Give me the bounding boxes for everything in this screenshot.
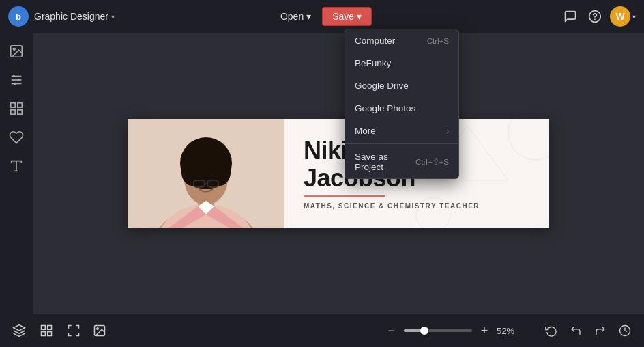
dropdown-item-more-label: More: [355, 126, 376, 136]
dropdown-item-befunky-label: BeFunky: [355, 58, 391, 68]
dropdown-item-googlephotos[interactable]: Google Photos: [345, 97, 458, 120]
save-dropdown: Computer Ctrl+S BeFunky Google Drive Goo…: [345, 29, 459, 179]
dropdown-divider: [345, 143, 458, 144]
dropdown-item-googlephotos-label: Google Photos: [355, 103, 415, 113]
dropdown-overlay[interactable]: Computer Ctrl+S BeFunky Google Drive Goo…: [0, 0, 644, 347]
dropdown-item-saveasproject-shortcut: Ctrl+⇧+S: [415, 157, 449, 167]
dropdown-item-saveasproject-label: Save as Project: [355, 152, 415, 172]
dropdown-item-befunky[interactable]: BeFunky: [345, 52, 458, 74]
dropdown-item-save-as-project[interactable]: Save as Project Ctrl+⇧+S: [345, 145, 458, 178]
dropdown-item-computer[interactable]: Computer Ctrl+S: [345, 29, 458, 52]
dropdown-item-googledrive[interactable]: Google Drive: [345, 74, 458, 97]
dropdown-item-more[interactable]: More ›: [345, 120, 458, 142]
dropdown-item-more-arrow: ›: [446, 126, 449, 136]
dropdown-item-computer-label: Computer: [355, 36, 395, 46]
dropdown-item-googledrive-label: Google Drive: [355, 81, 409, 91]
dropdown-item-computer-shortcut: Ctrl+S: [427, 37, 449, 45]
